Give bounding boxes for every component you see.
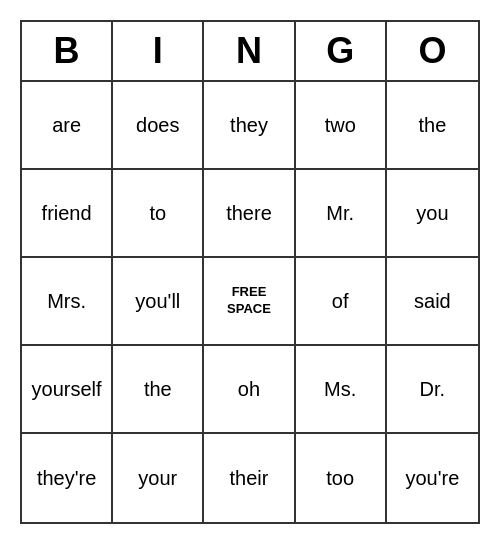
cell-2-1: you'll <box>113 258 204 346</box>
cell-3-2: oh <box>204 346 295 434</box>
bingo-card: BINGO aredoestheytwothefriendtothereMr.y… <box>20 20 480 524</box>
cell-1-1: to <box>113 170 204 258</box>
bingo-grid: aredoestheytwothefriendtothereMr.youMrs.… <box>22 82 478 522</box>
cell-1-2: there <box>204 170 295 258</box>
cell-4-4: you're <box>387 434 478 522</box>
cell-0-4: the <box>387 82 478 170</box>
cell-0-2: they <box>204 82 295 170</box>
cell-0-3: two <box>296 82 387 170</box>
cell-1-4: you <box>387 170 478 258</box>
cell-4-2: their <box>204 434 295 522</box>
cell-3-1: the <box>113 346 204 434</box>
header-letter: I <box>113 22 204 80</box>
cell-2-4: said <box>387 258 478 346</box>
cell-3-4: Dr. <box>387 346 478 434</box>
header-letter: G <box>296 22 387 80</box>
cell-1-3: Mr. <box>296 170 387 258</box>
header-letter: N <box>204 22 295 80</box>
cell-2-0: Mrs. <box>22 258 113 346</box>
bingo-header: BINGO <box>22 22 478 82</box>
cell-3-0: yourself <box>22 346 113 434</box>
cell-4-1: your <box>113 434 204 522</box>
cell-0-0: are <box>22 82 113 170</box>
cell-3-3: Ms. <box>296 346 387 434</box>
cell-2-2: FREESPACE <box>204 258 295 346</box>
cell-4-3: too <box>296 434 387 522</box>
header-letter: B <box>22 22 113 80</box>
cell-1-0: friend <box>22 170 113 258</box>
header-letter: O <box>387 22 478 80</box>
cell-4-0: they're <box>22 434 113 522</box>
cell-2-3: of <box>296 258 387 346</box>
cell-0-1: does <box>113 82 204 170</box>
